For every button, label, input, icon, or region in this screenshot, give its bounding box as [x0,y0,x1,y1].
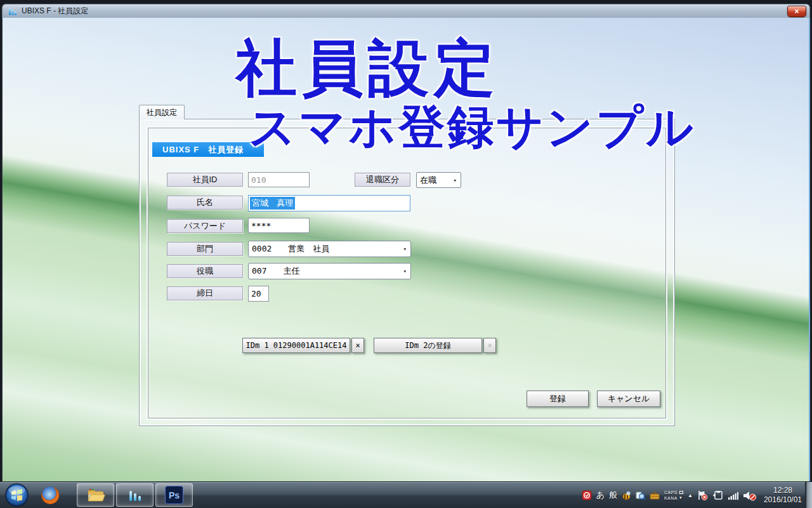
name-input[interactable]: 宮城 真理 [248,195,410,211]
position-select[interactable]: 007 主任 ▾ [248,263,411,279]
chevron-down-icon: ▾ [403,268,407,274]
equalizer-bars-icon [127,487,143,504]
idm2-button[interactable]: IDm 2の登録 [374,338,482,353]
app-icon [8,6,18,17]
tab-employee-settings[interactable]: 社員設定 [139,105,185,119]
retirement-value: 在職 [420,175,436,186]
password-label: パスワード [167,219,243,233]
ime-toolbox-icon[interactable] [650,491,660,500]
system-tray: あ 般 CAPS [582,482,804,508]
restore-window-icon [679,491,683,494]
start-button[interactable] [5,483,29,507]
security-shield-icon[interactable] [582,490,592,500]
form-header-label: UBIXS F 社員登録 [162,144,244,156]
show-desktop-button[interactable] [805,482,812,508]
taskbar: Ps あ 般 [0,481,812,508]
department-value: 0002 営業 社員 [252,243,329,255]
caps-label: CAPS [664,490,678,495]
password-input[interactable] [248,218,310,233]
close-button[interactable]: × [787,6,806,17]
department-label: 部門 [167,242,243,256]
idm2-clear-button[interactable]: × [483,338,496,353]
selected-text: 宮城 真理 [250,197,295,210]
volume-muted-icon[interactable] [743,490,757,501]
annotation-subtitle: スマホ登録サンプル [249,97,696,159]
window-client-area: 社員設定 UBIXS F 社員登録 社員ID 退職区分 在職 ▾ 氏名 宮城 真… [2,18,810,481]
ime-input-mode[interactable]: あ [596,490,605,501]
tab-label: 社員設定 [147,107,177,118]
show-hidden-icons-button[interactable]: ▲ [688,493,693,498]
register-button[interactable]: 登録 [527,391,589,407]
chevron-down-icon: ▾ [679,495,682,500]
taskbar-button-explorer[interactable] [77,483,114,507]
chevron-down-icon: ▾ [403,246,407,252]
form-header: UBIXS F 社員登録 [152,142,264,157]
ime-conversion-mode[interactable]: 般 [609,490,617,501]
window-title: UBIXS F - 社員設定 [22,6,88,17]
kana-label: KANA [664,496,678,500]
taskbar-button-photoshop[interactable]: Ps [155,483,193,507]
closing-day-label: 締日 [167,286,243,300]
language-bar[interactable]: CAPS KANA ▾ [664,490,683,500]
photoshop-icon: Ps [165,486,183,504]
action-center-flag-icon[interactable] [697,490,708,500]
idm1-clear-button[interactable]: × [351,338,364,353]
employee-id-label: 社員ID [167,173,243,187]
window-titlebar: UBIXS F - 社員設定 × [2,4,810,18]
retirement-label: 退職区分 [355,173,410,187]
clear-icon: × [487,341,492,350]
clock-time: 12:28 [773,486,792,495]
network-signal-icon[interactable] [728,491,738,500]
department-select[interactable]: 0002 営業 社員 ▾ [248,241,411,257]
taskbar-clock[interactable]: 12:28 2016/10/01 [761,486,804,505]
clock-date: 2016/10/01 [764,495,802,505]
position-label: 役職 [167,264,243,278]
firefox-icon[interactable] [40,485,61,505]
clear-icon: × [355,341,360,350]
ime-search-icon[interactable] [636,491,645,500]
closing-day-input[interactable] [248,286,269,302]
cancel-button[interactable]: キャンセル [597,391,660,407]
name-label: 氏名 [167,196,243,210]
folder-icon [86,487,105,504]
taskbar-button-ubixs[interactable] [116,483,154,507]
position-value: 007 主任 [252,265,299,277]
safely-remove-hardware-icon[interactable] [712,490,723,500]
employee-id-input[interactable] [248,172,310,187]
chevron-down-icon: ▾ [454,177,457,184]
close-icon: × [794,7,799,16]
idm1-button[interactable]: IDm 1 01290001A114CE14 [242,338,350,353]
retirement-select[interactable]: 在職 ▾ [416,172,461,188]
ime-dictionary-icon[interactable] [622,491,631,500]
